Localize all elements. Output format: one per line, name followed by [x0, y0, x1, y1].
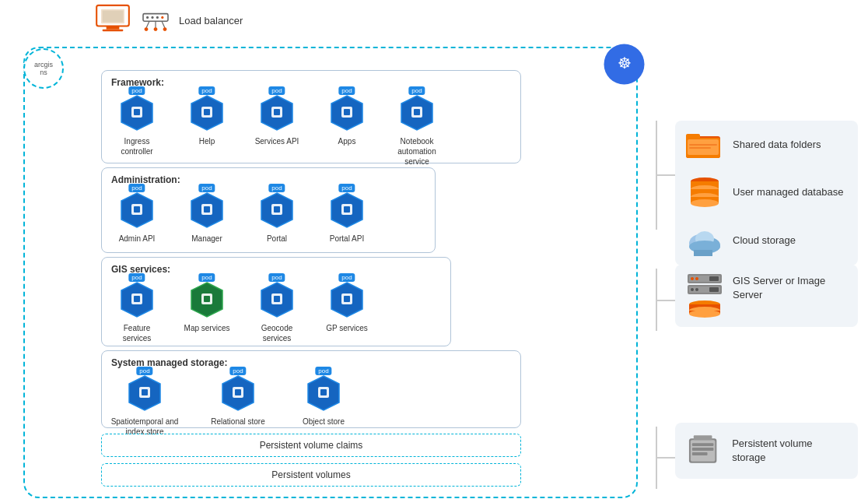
- pod-label-geocode-services: Geocode services: [250, 323, 304, 343]
- right-group-2: GIS Server or Image Server: [675, 265, 858, 327]
- pod-spatiotemporal: pod Spatiotemporal and index store: [110, 373, 180, 437]
- shared-folders-label: Shared data folders: [733, 138, 821, 152]
- ns-sub-label: ns: [40, 69, 47, 76]
- svg-rect-45: [344, 206, 350, 213]
- svg-point-8: [151, 16, 153, 19]
- svg-line-13: [162, 21, 165, 28]
- svg-rect-105: [692, 443, 714, 446]
- pod-ingress: pod Ingress controller: [110, 93, 164, 156]
- pod-label-notebook: Notebook automation service: [390, 136, 444, 167]
- load-balancer-area: Load balancer: [93, 4, 243, 37]
- diagram-container: Load balancer arcgis ns ☸ Framework: pod…: [0, 0, 868, 499]
- svg-point-10: [161, 16, 163, 19]
- pod-relational-store-icon: pod: [218, 373, 258, 413]
- pod-label-portal-api: Portal API: [330, 234, 364, 244]
- pod-label-services-api: Services API: [255, 136, 299, 146]
- persistent-volume-claims: Persistent volume claims: [101, 434, 521, 457]
- pod-tag-services-api: pod: [268, 86, 285, 95]
- svg-rect-107: [692, 452, 708, 455]
- framework-section: Framework: pod Ingress controller pod He…: [101, 70, 521, 163]
- pod-label-ingress: Ingress controller: [110, 136, 164, 156]
- pod-relational-store: pod Relational store: [211, 373, 265, 427]
- pod-admin-api: pod Admin API: [110, 190, 164, 244]
- admin-pods: pod Admin API pod Manager pod Portal: [110, 190, 374, 244]
- svg-rect-48: [134, 296, 140, 302]
- pv-label: Persistent volumes: [271, 469, 350, 480]
- right-item-user-db: User managed database: [686, 174, 847, 211]
- pod-manager-icon: pod: [187, 190, 227, 230]
- pod-ingress-icon: pod: [117, 93, 157, 133]
- pod-map-services: pod Map services: [180, 279, 234, 333]
- pod-feature-services-icon: pod: [117, 279, 157, 320]
- system-storage-section: System managed storage: pod Spatiotempor…: [101, 350, 521, 428]
- svg-rect-87: [694, 250, 712, 256]
- svg-rect-27: [274, 109, 280, 115]
- svg-rect-51: [204, 296, 210, 302]
- svg-rect-57: [344, 296, 350, 302]
- pod-geocode-services: pod Geocode services: [250, 279, 304, 343]
- svg-point-91: [695, 277, 698, 280]
- connector-line-1: [656, 174, 675, 176]
- svg-rect-30: [344, 109, 350, 115]
- svg-rect-71: [689, 144, 717, 146]
- stack-icon: [686, 300, 723, 318]
- pod-gp-services-icon: pod: [327, 279, 367, 320]
- pod-label-feature-services: Feature services: [110, 323, 164, 343]
- svg-rect-60: [142, 389, 148, 395]
- svg-point-9: [156, 16, 159, 19]
- svg-rect-108: [694, 435, 712, 440]
- svg-rect-63: [235, 389, 241, 395]
- switch-icon: [140, 5, 171, 36]
- database-icon: [686, 174, 723, 211]
- svg-rect-36: [134, 206, 140, 213]
- administration-title: Administration:: [111, 174, 180, 185]
- svg-rect-54: [274, 296, 280, 302]
- folder-icon: [686, 130, 723, 160]
- pod-notebook-icon: pod: [397, 93, 437, 133]
- gis-server-icons: [686, 274, 723, 318]
- pod-geocode-services-icon: pod: [257, 279, 297, 320]
- svg-rect-92: [709, 276, 719, 281]
- right-group-3: Persistent volume storage: [675, 423, 858, 479]
- connector-line-2: [656, 300, 675, 301]
- administration-section: Administration: pod Admin API pod Manage…: [101, 167, 436, 253]
- gis-pods: pod Feature services pod Map services po…: [110, 279, 374, 343]
- cloud-storage-label: Cloud storage: [733, 234, 796, 248]
- persistent-volumes: Persistent volumes: [101, 463, 521, 487]
- namespace-badge: arcgis ns: [23, 48, 64, 89]
- svg-rect-66: [320, 389, 327, 395]
- svg-point-79: [691, 199, 719, 207]
- right-item-shared-folders: Shared data folders: [686, 130, 847, 160]
- server-rack-icon: [686, 274, 723, 297]
- pod-manager: pod Manager: [180, 190, 234, 244]
- pod-services-api-icon: pod: [257, 93, 297, 133]
- pod-label-apps: Apps: [338, 136, 356, 146]
- connector-line-3: [656, 457, 675, 459]
- pv-storage-label: Persistent volume storage: [732, 437, 847, 465]
- namespace-label: arcgis: [34, 61, 53, 69]
- pod-tag-ingress: pod: [128, 86, 145, 95]
- pod-gp-services: pod GP services: [320, 279, 374, 333]
- svg-point-102: [689, 310, 720, 318]
- svg-rect-72: [689, 147, 711, 149]
- right-group-1: Shared data folders User managed databas…: [675, 121, 858, 265]
- storage-pods: pod Spatiotemporal and index store pod R…: [110, 373, 351, 437]
- svg-rect-5: [103, 11, 124, 23]
- pod-label-relational-store: Relational store: [211, 416, 264, 427]
- svg-rect-106: [692, 448, 714, 451]
- cloud-icon: [686, 225, 723, 256]
- right-item-gis-server: GIS Server or Image Server: [686, 274, 847, 318]
- pod-notebook: pod Notebook automation service: [390, 93, 444, 167]
- svg-rect-97: [709, 287, 719, 292]
- pod-tag-help: pod: [198, 86, 215, 95]
- pod-label-map-services: Map services: [184, 323, 230, 333]
- svg-line-11: [146, 21, 149, 28]
- pod-object-store: pod Object store: [296, 373, 351, 427]
- pod-help: pod Help: [180, 93, 234, 146]
- pod-portal-api-icon: pod: [327, 190, 367, 230]
- user-db-label: User managed database: [733, 185, 843, 199]
- pod-tag-notebook: pod: [408, 86, 425, 95]
- pod-label-gp-services: GP services: [326, 323, 368, 333]
- svg-rect-39: [204, 206, 210, 213]
- svg-point-15: [154, 27, 158, 31]
